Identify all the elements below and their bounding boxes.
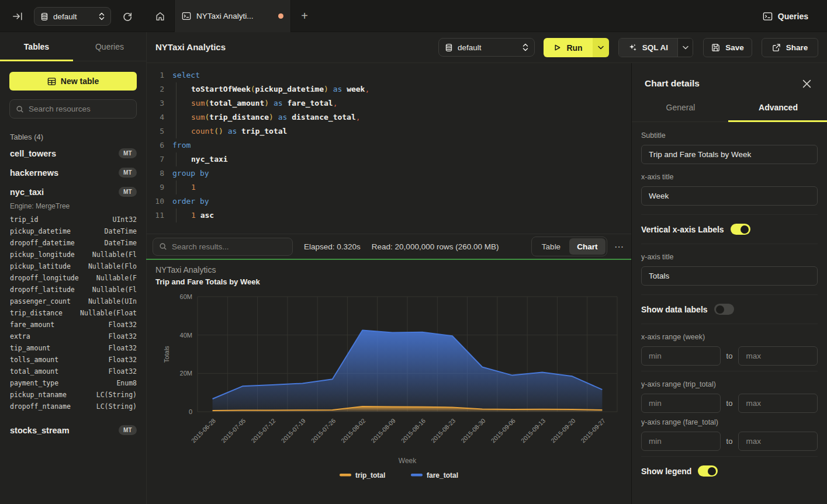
home-icon	[155, 11, 165, 22]
sidebar-search-input[interactable]: Search resources	[9, 99, 137, 119]
chart-panel: NYTaxi Analytics Trip and Fare Totals by…	[146, 260, 631, 504]
panel-tab-advanced[interactable]: Advanced	[729, 103, 827, 121]
more-options-button[interactable]: ⋯	[614, 241, 624, 252]
database-selector[interactable]: default	[34, 7, 111, 26]
svg-text:2015-09-20: 2015-09-20	[549, 417, 577, 444]
column-type: UInt32	[112, 214, 137, 225]
yaxis-range-fare-max-input[interactable]	[738, 432, 818, 451]
yaxis-range-fare-min-input[interactable]	[641, 432, 721, 451]
vertical-xaxis-labels-toggle[interactable]	[731, 224, 750, 235]
yaxis-range-fare-label: y-axis range (fare_total)	[641, 418, 818, 426]
collapse-sidebar-icon[interactable]	[11, 10, 25, 23]
xaxis-range-label: x-axis range (week)	[641, 333, 818, 341]
query-title: NYTaxi Analytics	[155, 42, 226, 52]
column-type: Float32	[109, 331, 137, 342]
queries-button[interactable]: Queries	[763, 8, 808, 25]
column-row: pickup_latitudeNullable(Flo	[10, 260, 137, 272]
view-toggle: Table Chart	[531, 237, 607, 256]
column-row: tip_amountFloat32	[10, 342, 137, 354]
range-to-label: to	[726, 399, 733, 408]
table-name: cell_towers	[10, 149, 56, 158]
results-search-input[interactable]: Search results...	[153, 238, 293, 256]
svg-text:Totals: Totals	[163, 346, 170, 363]
divider	[641, 294, 818, 295]
line-number: 4	[147, 110, 164, 124]
sidebar-tab-queries[interactable]: Queries	[73, 32, 146, 61]
column-name: total_amount	[10, 366, 58, 377]
query-database-selector[interactable]: default	[438, 38, 535, 57]
close-icon[interactable]	[802, 79, 812, 89]
svg-text:2015-08-09: 2015-08-09	[369, 417, 397, 444]
column-type: Float32	[109, 366, 137, 377]
svg-text:2015-08-30: 2015-08-30	[459, 417, 487, 444]
database-icon	[40, 12, 49, 21]
sql-ai-chevron[interactable]	[677, 39, 693, 57]
svg-text:2015-08-02: 2015-08-02	[340, 417, 367, 444]
line-number: 5	[147, 124, 164, 138]
subtitle-field-label: Subtitle	[641, 131, 818, 140]
code-line: 10order by	[147, 194, 631, 208]
svg-text:20M: 20M	[180, 370, 192, 377]
table-row[interactable]: nyc_taxiMT	[0, 182, 146, 201]
share-button[interactable]: Share	[762, 38, 818, 57]
yaxis-title-input[interactable]	[641, 266, 818, 286]
queries-button-label: Queries	[778, 12, 808, 21]
new-table-label: New table	[61, 77, 99, 86]
save-icon	[711, 43, 720, 52]
divider	[641, 371, 818, 371]
column-row: tolls_amountFloat32	[10, 354, 137, 366]
code-line: 4sum(trip_distance) as distance_total,	[147, 110, 631, 124]
subtitle-input[interactable]	[641, 145, 818, 164]
refresh-icon[interactable]	[120, 9, 135, 24]
table-row[interactable]: stocks_streamMT	[0, 420, 146, 440]
line-number: 9	[147, 180, 164, 194]
column-name: dropoff_longitude	[10, 272, 79, 284]
panel-tab-general[interactable]: General	[632, 103, 729, 121]
show-legend-toggle[interactable]	[698, 465, 718, 477]
column-name: pickup_ntaname	[10, 389, 67, 401]
active-query-tab[interactable]: NYTaxi Analyti...	[174, 0, 291, 32]
tables-section-title: Tables (4)	[10, 133, 146, 141]
play-icon	[553, 44, 561, 51]
column-name: payment_type	[10, 377, 58, 389]
xaxis-range-min-input[interactable]	[641, 346, 721, 366]
engine-badge: MT	[119, 425, 137, 435]
show-data-labels-toggle[interactable]	[714, 304, 734, 315]
xaxis-range-max-input[interactable]	[738, 346, 818, 366]
run-button[interactable]: Run	[544, 38, 609, 57]
tab-strip: NYTaxi Analyti... +	[146, 0, 318, 32]
search-icon	[16, 105, 24, 113]
save-label: Save	[725, 43, 744, 52]
code-line: 111 asc	[147, 208, 631, 223]
home-tab[interactable]	[146, 0, 174, 32]
table-row[interactable]: cell_towersMT	[0, 144, 146, 163]
column-name: fare_amount	[10, 319, 54, 331]
xaxis-title-input[interactable]	[641, 186, 818, 206]
chevron-down-icon	[683, 46, 688, 50]
column-type: Nullable(UIn	[88, 296, 137, 307]
view-toggle-chart[interactable]: Chart	[569, 238, 605, 255]
sql-ai-button[interactable]: SQL AI	[618, 38, 693, 57]
svg-text:40M: 40M	[180, 332, 192, 339]
vertical-xaxis-labels-label: Vertical x-axis Labels	[641, 225, 724, 234]
yaxis-range-trip-min-input[interactable]	[641, 394, 721, 413]
view-toggle-table[interactable]: Table	[533, 238, 569, 255]
column-type: Float32	[109, 342, 137, 354]
yaxis-range-trip-max-input[interactable]	[738, 394, 818, 413]
new-table-button[interactable]: New table	[9, 72, 137, 91]
svg-text:2015-09-06: 2015-09-06	[489, 417, 517, 444]
svg-text:2015-08-23: 2015-08-23	[430, 417, 457, 444]
run-options-chevron[interactable]	[593, 38, 609, 57]
svg-text:2015-07-05: 2015-07-05	[220, 417, 247, 444]
column-row: trip_distanceNullable(Float	[10, 307, 137, 319]
table-row[interactable]: hackernewsMT	[0, 163, 146, 182]
save-button[interactable]: Save	[703, 38, 752, 57]
column-type: Nullable(Fl	[92, 249, 137, 260]
elapsed-time: Elapsed: 0.320s	[304, 242, 361, 251]
range-to-label: to	[726, 437, 733, 446]
new-tab-button[interactable]: +	[291, 0, 318, 32]
active-tab-underline	[0, 60, 73, 61]
sidebar-tab-tables[interactable]: Tables	[0, 32, 73, 61]
sql-editor[interactable]: 1select2toStartOfWeek(pickup_datetime) a…	[146, 63, 631, 234]
svg-text:Week: Week	[399, 457, 417, 465]
